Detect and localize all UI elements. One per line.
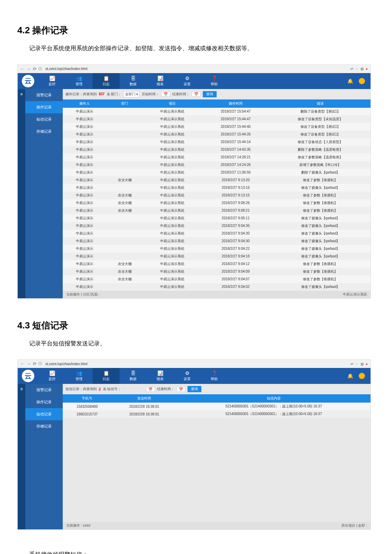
sidebar-item-存储记录[interactable]: 存储记录: [25, 125, 63, 138]
nav-item-帮助[interactable]: ❓帮助: [201, 368, 228, 384]
设置-icon: ⚙: [185, 76, 190, 81]
ext-icon-3[interactable]: ●: [366, 67, 368, 71]
sidebar-item-报警记录[interactable]: 报警记录: [25, 384, 63, 396]
cell: [106, 161, 143, 169]
管理-icon: 👥: [76, 370, 82, 376]
calendar-icon-start[interactable]: 📅: [161, 91, 170, 97]
sidebar-item-存储记录[interactable]: 存储记录: [25, 420, 63, 432]
fwd-icon[interactable]: →: [27, 67, 31, 71]
heading-4-3: 4.3 短信记录: [17, 319, 375, 332]
cell: 修改了设备类型【测试1】: [270, 123, 371, 131]
table-row: 中易云演示中易云演示系统2018/2/27 14:43:35删除了参数策略【温度…: [63, 146, 371, 153]
nav-item-数据[interactable]: 🗄数据: [120, 368, 147, 384]
nav-item-设置[interactable]: ⚙设置: [174, 368, 201, 384]
start-label: 开始时间：: [142, 92, 159, 97]
calendar-icon[interactable]: 📅: [146, 387, 155, 392]
cell: 中易云演示: [63, 245, 106, 253]
cell: 中易云演示: [63, 146, 106, 153]
ext-icon-2[interactable]: ▦: [360, 67, 364, 71]
nav-item-报表[interactable]: 📊报表: [147, 368, 174, 384]
sidebar-item-短信记录[interactable]: 短信记录: [25, 113, 63, 125]
sidebar-item-短信记录[interactable]: 短信记录: [25, 408, 63, 420]
star-icon[interactable]: ☆: [355, 67, 358, 71]
back-icon[interactable]: ←: [20, 361, 25, 366]
nav-item-设置[interactable]: ⚙设置: [174, 73, 201, 89]
cell: 中易云演示: [63, 275, 106, 283]
日志-icon: 📋: [103, 370, 109, 376]
nav-label: 数据: [130, 82, 137, 87]
nav-item-报表[interactable]: 📊报表: [147, 73, 174, 89]
cell: 修改了摄像头【qwfasd】: [270, 237, 371, 245]
reload-icon[interactable]: ⟳: [33, 67, 36, 71]
hamburger-icon[interactable]: ≡: [18, 384, 25, 529]
table-row: 中易云演示中易云演示系统2018/2/27 9:04:35修改了摄像头【qwfa…: [63, 222, 371, 230]
cell: 2018/2/27 9:04:30: [201, 230, 270, 237]
reload-icon[interactable]: ⟳: [33, 361, 36, 366]
col-header: 手机号: [63, 394, 112, 403]
nav-item-数据[interactable]: 🗄数据: [120, 73, 147, 89]
lock-icon: ⓘ: [38, 67, 42, 71]
sidebar-item-报警记录[interactable]: 报警记录: [25, 89, 63, 101]
cell: 农业大棚: [106, 192, 143, 199]
footer-right: 中易云演示系统: [343, 292, 367, 297]
cell: 2018/2/27 9:13:15: [201, 192, 270, 199]
phone-input[interactable]: [123, 388, 144, 390]
nav-item-帮助[interactable]: ❓帮助: [201, 73, 228, 89]
query-button[interactable]: 查询: [188, 386, 201, 392]
sidebar-item-操作记录[interactable]: 操作记录: [25, 101, 63, 113]
nav-item-日志[interactable]: 📋日志: [93, 368, 120, 384]
cell: 删除了设备类型【测试1】: [270, 108, 371, 115]
calendar-icon-end[interactable]: 📅: [176, 387, 185, 392]
cell: 2018/2/27 9:08:21: [201, 207, 270, 214]
logo[interactable]: 云: [22, 75, 34, 87]
screenshot-oplog: ← → ⟳ ⓘ st.zeiot.top/zhao/index.html ⇄ ☆…: [17, 64, 371, 299]
topnav: 云 📈监控👥管理📋日志🗄数据📊报表⚙设置❓帮助 🔔: [18, 73, 371, 89]
cell: 中易云演示: [63, 138, 106, 146]
filter-mid1: 条 部门：: [107, 92, 122, 97]
hamburger-icon[interactable]: ≡: [18, 89, 25, 298]
ext-icon-2[interactable]: ▦: [360, 362, 364, 366]
ext-icon-3[interactable]: ●: [366, 362, 368, 366]
nav-item-监控[interactable]: 📈监控: [38, 73, 66, 89]
cell: 修改了摄像头【qwfasd】: [270, 245, 371, 253]
nav-item-管理[interactable]: 👥管理: [66, 73, 93, 89]
calendar-icon-end[interactable]: 📅: [192, 91, 201, 97]
nav-item-日志[interactable]: 📋日志: [93, 73, 120, 89]
cell: 2018/2/28 16:38:01: [112, 403, 177, 410]
cell: 中易云演示系统: [143, 283, 201, 291]
user-avatar[interactable]: [359, 373, 365, 379]
table-row: 186015157372018/2/28 16:38:0152140000030…: [63, 410, 371, 418]
ext-icon-1[interactable]: ⇄: [350, 362, 353, 366]
cell: 农业大棚: [106, 207, 143, 214]
cell: 2018/2/27 9:13:16: [201, 184, 270, 192]
screenshot-sms: ← → ⟳ ⓘ st.zeiot.top/zhao/index.html ⇄ ☆…: [17, 359, 371, 530]
star-icon[interactable]: ☆: [355, 362, 358, 366]
bell-icon[interactable]: 🔔: [347, 373, 353, 379]
dept-dropdown[interactable]: 全部门 ▾: [123, 91, 140, 97]
cell: [106, 214, 143, 222]
col-header: 部门: [106, 99, 143, 108]
cell: 中易云演示: [63, 199, 106, 207]
filter-bar: 操作记录：共查询到 837 条 部门： 全部门 ▾ 开始时间： 📅 结束时间： …: [63, 89, 371, 99]
fwd-icon[interactable]: →: [27, 361, 31, 366]
cell: 农业大棚: [106, 275, 143, 283]
query-button[interactable]: 查询: [203, 91, 217, 97]
ext-icon-1[interactable]: ⇄: [350, 67, 353, 71]
cell: 中易云演示系统: [143, 214, 201, 222]
table-row: 中易云演示农业大棚中易云演示系统2018/2/27 9:04:07修改了参数【卷…: [63, 275, 371, 283]
user-avatar[interactable]: [359, 78, 365, 84]
sidebar-item-操作记录[interactable]: 操作记录: [25, 396, 63, 408]
back-icon[interactable]: ←: [20, 67, 25, 71]
nav-item-监控[interactable]: 📈监控: [38, 368, 66, 384]
logo[interactable]: 云: [22, 370, 34, 382]
nav-item-管理[interactable]: 👥管理: [66, 368, 93, 384]
table-row: 中易云演示中易云演示系统2018/2/27 15:54:47删除了设备类型【测试…: [63, 108, 371, 115]
cell: 修改了参数策略【温度检查】: [270, 153, 371, 161]
bell-icon[interactable]: 🔔: [347, 78, 353, 84]
cell: 521400000301（521400000301）：超上限(10.00>5.0…: [177, 410, 371, 418]
cell: [106, 138, 143, 146]
帮助-icon: ❓: [211, 370, 217, 376]
table-row: 中易云演示农业大棚中易云演示系统2018/2/27 9:13:15修改了参数【卷…: [63, 192, 371, 199]
col-header: 发送时间: [112, 394, 177, 403]
cell: 2018/2/27 15:44:40: [201, 123, 270, 131]
